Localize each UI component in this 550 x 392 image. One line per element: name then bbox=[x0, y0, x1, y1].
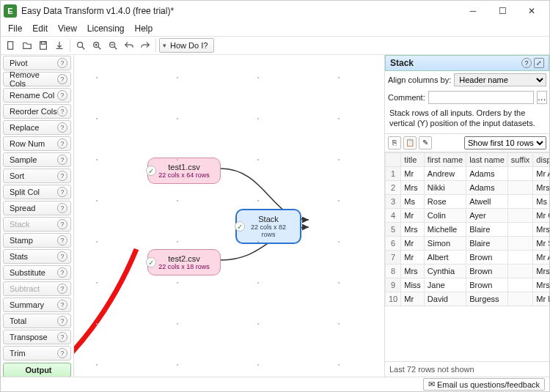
transform-trim[interactable]: Trim? bbox=[3, 346, 71, 360]
column-header[interactable]: last name bbox=[466, 152, 508, 166]
help-icon[interactable]: ? bbox=[57, 203, 67, 213]
panel-expand-icon[interactable]: ⤢ bbox=[534, 58, 544, 68]
transform-replace[interactable]: Replace? bbox=[3, 120, 71, 135]
window-title: Easy Data Transform v1.4.0 (free trial)* bbox=[21, 6, 458, 16]
transform-stats[interactable]: Stats? bbox=[3, 249, 71, 264]
transform-stack[interactable]: Stack? bbox=[3, 217, 71, 232]
align-select[interactable]: Header name bbox=[454, 73, 546, 86]
help-icon[interactable]: ? bbox=[57, 316, 67, 326]
table-row[interactable]: 10MrDavidBurgessMr David B bbox=[386, 292, 550, 306]
transform-sample[interactable]: Sample? bbox=[3, 152, 71, 167]
transform-substitute[interactable]: Substitute? bbox=[3, 265, 71, 280]
table-row[interactable]: 1MrAndrewAdamsMr Andrew bbox=[386, 166, 550, 180]
table-row[interactable]: 4MrColinAyerMr Colin Ay bbox=[386, 208, 550, 222]
paste-icon[interactable]: 📋 bbox=[403, 136, 417, 149]
help-icon[interactable]: ? bbox=[57, 300, 67, 310]
output-label: Output bbox=[25, 366, 51, 374]
help-icon[interactable]: ? bbox=[57, 267, 67, 278]
import-icon[interactable] bbox=[52, 38, 67, 53]
open-icon[interactable] bbox=[20, 38, 34, 53]
feedback-button[interactable]: ✉ Email us questions/feedback bbox=[423, 378, 545, 391]
node-test2[interactable]: ✓ test2.csv 22 cols x 18 rows bbox=[147, 249, 221, 275]
comment-input[interactable] bbox=[428, 91, 534, 104]
show-rows-select[interactable]: Show first 10 rows bbox=[464, 136, 546, 149]
transform-spread[interactable]: Spread? bbox=[3, 201, 71, 215]
node-stack[interactable]: ✓ Stack 22 cols x 82 rows bbox=[235, 209, 301, 244]
canvas[interactable]: ✓ test1.csv 22 cols x 64 rows ✓ test2.cs… bbox=[74, 55, 384, 377]
transform-transpose[interactable]: Transpose? bbox=[3, 330, 71, 344]
help-icon[interactable]: ? bbox=[57, 122, 67, 133]
transform-label: Stamp bbox=[10, 236, 33, 245]
copy-icon[interactable]: ⎘ bbox=[388, 136, 401, 149]
help-icon[interactable]: ? bbox=[57, 187, 67, 197]
menu-edit[interactable]: Edit bbox=[28, 22, 52, 35]
undo-icon[interactable] bbox=[122, 38, 136, 53]
data-grid[interactable]: titlefirst namelast namesuffixdisplay na… bbox=[385, 152, 549, 361]
help-icon[interactable]: ? bbox=[57, 155, 67, 165]
transform-label: Rename Col bbox=[10, 91, 54, 100]
transform-summary[interactable]: Summary? bbox=[3, 297, 71, 312]
help-icon[interactable]: ? bbox=[57, 138, 67, 149]
edit-icon[interactable]: ✎ bbox=[419, 136, 432, 149]
transform-rename-col[interactable]: Rename Col? bbox=[3, 88, 71, 103]
svg-point-3 bbox=[78, 42, 83, 48]
node-test1[interactable]: ✓ test1.csv 22 cols x 64 rows bbox=[147, 158, 221, 184]
transform-row-num[interactable]: Row Num? bbox=[3, 136, 71, 151]
column-header[interactable] bbox=[386, 152, 401, 166]
help-icon[interactable]: ? bbox=[57, 58, 67, 68]
table-row[interactable]: 7MrAlbertBrownMr Albert B bbox=[386, 250, 550, 264]
transform-pivot[interactable]: Pivot? bbox=[3, 56, 71, 70]
column-header[interactable]: display nam bbox=[533, 152, 549, 166]
column-header[interactable]: first name bbox=[424, 152, 466, 166]
help-icon[interactable]: ? bbox=[57, 251, 67, 262]
help-icon[interactable]: ? bbox=[57, 235, 67, 245]
toolbar: How Do I? bbox=[1, 36, 549, 55]
help-icon[interactable]: ? bbox=[57, 348, 67, 358]
cell: Mrs bbox=[401, 222, 425, 236]
cell: Blaire bbox=[466, 236, 508, 250]
panel-help-icon[interactable]: ? bbox=[521, 58, 532, 68]
zoom-out-icon[interactable] bbox=[106, 38, 120, 53]
zoom-icon[interactable] bbox=[73, 38, 88, 53]
menu-help[interactable]: Help bbox=[131, 22, 158, 35]
help-icon[interactable]: ? bbox=[57, 90, 67, 100]
menu-licensing[interactable]: Licensing bbox=[83, 22, 129, 35]
transform-subtract[interactable]: Subtract? bbox=[3, 281, 71, 296]
help-icon[interactable]: ? bbox=[57, 332, 67, 342]
save-icon[interactable] bbox=[36, 38, 51, 53]
redo-icon[interactable] bbox=[138, 38, 153, 53]
column-header[interactable]: title bbox=[401, 152, 425, 166]
table-row[interactable]: 9MissJaneBrownMrs Jane Br bbox=[386, 278, 550, 292]
help-icon[interactable]: ? bbox=[57, 219, 67, 229]
column-header[interactable]: suffix bbox=[507, 152, 532, 166]
transform-label: Trim bbox=[10, 349, 26, 358]
help-icon[interactable]: ? bbox=[57, 74, 67, 84]
transform-reorder-cols[interactable]: Reorder Cols? bbox=[3, 104, 71, 119]
table-row[interactable]: 5MrsMichelleBlaireMrs Michell bbox=[386, 222, 550, 236]
zoom-in-icon[interactable] bbox=[89, 38, 104, 53]
new-icon[interactable] bbox=[4, 38, 18, 53]
comment-more-icon[interactable]: … bbox=[537, 91, 547, 104]
table-row[interactable]: 8MrsCynthiaBrownMrs Cynthia bbox=[386, 264, 550, 278]
menu-file[interactable]: File bbox=[4, 22, 26, 35]
cell: Rose bbox=[424, 194, 466, 208]
menu-view[interactable]: View bbox=[54, 22, 81, 35]
minimize-button[interactable]: ─ bbox=[458, 1, 488, 21]
transform-stamp[interactable]: Stamp? bbox=[3, 233, 71, 248]
transform-sort[interactable]: Sort? bbox=[3, 169, 71, 183]
transform-remove-cols[interactable]: Remove Cols? bbox=[3, 72, 71, 86]
cell: Mr bbox=[401, 236, 425, 250]
maximize-button[interactable]: ☐ bbox=[488, 1, 517, 21]
transform-split-col[interactable]: Split Col? bbox=[3, 185, 71, 199]
cell: Adams bbox=[466, 180, 508, 194]
how-do-i-dropdown[interactable]: How Do I? bbox=[159, 38, 214, 53]
transform-total[interactable]: Total? bbox=[3, 314, 71, 328]
node-title: test2.csv bbox=[155, 254, 213, 263]
help-icon[interactable]: ? bbox=[57, 106, 67, 117]
close-button[interactable]: ✕ bbox=[517, 1, 546, 21]
table-row[interactable]: 3MsRoseAtwellMs Rose At bbox=[386, 194, 550, 208]
table-row[interactable]: 2MrsNikkiAdamsMrs Nikki A bbox=[386, 180, 550, 194]
help-icon[interactable]: ? bbox=[57, 284, 67, 294]
help-icon[interactable]: ? bbox=[57, 171, 67, 181]
table-row[interactable]: 6MrSimonBlaireMr Simon B bbox=[386, 236, 550, 250]
